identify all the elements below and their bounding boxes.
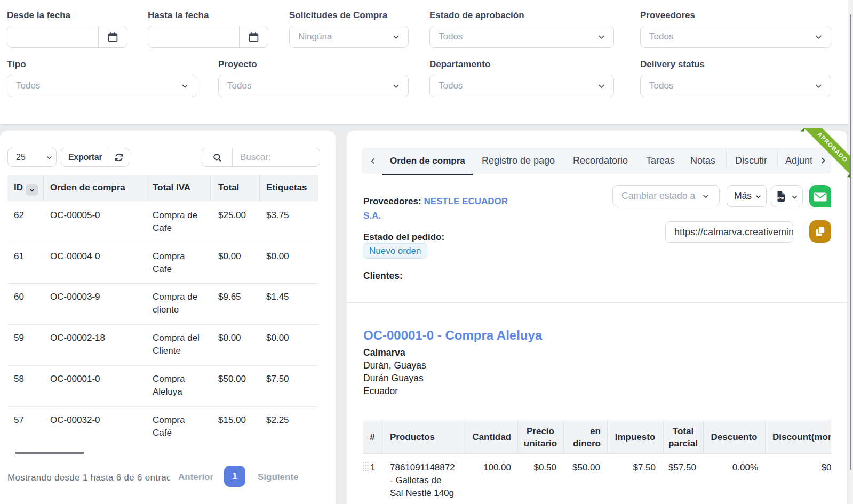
svg-text:PDF: PDF <box>777 196 784 200</box>
svg-text:APROBADO: APROBADO <box>816 131 849 163</box>
